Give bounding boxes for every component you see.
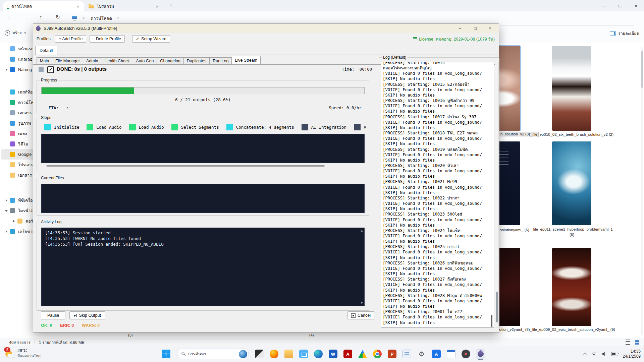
- skip-output-button[interactable]: Skip Output: [69, 311, 105, 319]
- up-icon[interactable]: ↑: [40, 14, 42, 20]
- file-explorer-icon[interactable]: [284, 350, 293, 358]
- current-files-panel[interactable]: [41, 184, 365, 213]
- close-tab-icon[interactable]: ×: [154, 4, 160, 9]
- clock[interactable]: 14:35 24/1/2569: [623, 349, 641, 359]
- app-maximize-button[interactable]: □: [469, 24, 482, 33]
- sidebar-item-label: Narong: [18, 67, 32, 72]
- app-tab[interactable]: File Manager: [52, 57, 83, 65]
- steps-canvas[interactable]: [41, 134, 365, 163]
- explorer-maximize-button[interactable]: □: [612, 1, 627, 10]
- refresh-icon[interactable]: ↻: [56, 14, 60, 20]
- start-button-icon[interactable]: [162, 350, 170, 358]
- back-icon[interactable]: ←: [7, 14, 12, 20]
- app-tab-bar: Main File Manager Admin Health Check Aut…: [37, 57, 261, 65]
- steps-groupbox: Steps Initialize Load Audio Load Audio S…: [37, 118, 369, 171]
- file-name[interactable]: _file_ep009_02_epic_brush_solution_v2yam…: [530, 327, 614, 331]
- explorer-scrollbar[interactable]: [641, 47, 643, 335]
- pause-button[interactable]: Pause: [41, 311, 65, 319]
- screen-recorder-icon[interactable]: [462, 350, 470, 358]
- explorer-tab-downloads[interactable]: ↓ ดาวน์โหลด ×: [3, 1, 84, 11]
- progress-bar-fill: [42, 87, 134, 94]
- forward-icon[interactable]: →: [23, 14, 29, 20]
- firefox-icon[interactable]: [270, 350, 278, 358]
- step-label: AI Integration: [311, 125, 346, 130]
- autobatch-title-bar[interactable]: SJ88 AutoBatch v26.5.3 (Multi-Profile): [33, 24, 499, 33]
- weather-widget[interactable]: 2 29°C มีแดดส่วนใหญ่: [5, 348, 41, 359]
- volume-icon[interactable]: [602, 352, 606, 356]
- app-tab[interactable]: Auto Gen: [133, 57, 157, 65]
- explorer-tab-programs[interactable]: โปรแกรม ×: [85, 1, 163, 11]
- new-item-button[interactable]: + สร้าง ∨: [5, 29, 26, 36]
- done-checkbox[interactable]: ✓: [47, 66, 54, 73]
- sidebar-item-label: เอกสาร: [18, 110, 32, 116]
- edge-icon[interactable]: [314, 350, 323, 358]
- app-close-button[interactable]: ×: [483, 24, 497, 33]
- google-drive-icon[interactable]: [358, 350, 367, 358]
- powerpoint-icon[interactable]: P: [388, 350, 396, 358]
- microsoft-store-icon[interactable]: [299, 350, 308, 358]
- app-tab[interactable]: Health Check: [101, 57, 133, 65]
- app-tab[interactable]: Admin: [83, 57, 101, 65]
- activity-log-panel[interactable]: [14:35:53] Session started[14:35:53] [WA…: [41, 228, 365, 306]
- sidebar-item-icon: [10, 121, 15, 126]
- scroll-up-icon[interactable]: ▲: [360, 229, 363, 232]
- delete-profile-button[interactable]: - Delete Profile: [90, 35, 125, 43]
- explorer-minimize-button[interactable]: –: [596, 1, 611, 10]
- explorer-close-button[interactable]: ×: [629, 1, 643, 10]
- app-tab[interactable]: Live Stream: [232, 56, 261, 65]
- new-tab-button[interactable]: +: [169, 2, 172, 8]
- taskbar-search-label: การค้นหา: [188, 351, 206, 357]
- file-thumbnail[interactable]: [552, 46, 591, 131]
- expander-chevron-icon[interactable]: [5, 68, 9, 71]
- steps-horizontal-scrollbar[interactable]: [46, 165, 325, 167]
- profile-tab-default[interactable]: Default: [35, 46, 57, 55]
- file-thumbnail[interactable]: [552, 141, 591, 225]
- scroll-down-icon[interactable]: ▼: [360, 301, 363, 305]
- app-tab[interactable]: Changelog: [157, 57, 183, 65]
- autobatch-feather-icon[interactable]: [476, 350, 485, 358]
- translator-icon[interactable]: A: [432, 350, 441, 358]
- wifi-icon[interactable]: [592, 352, 597, 356]
- expander-chevron-icon[interactable]: [5, 209, 9, 213]
- log-scrollbar[interactable]: [495, 62, 499, 327]
- log-line: [VOICE] Found 0 files in vdo_long_sound/: [383, 185, 494, 190]
- chrome-icon[interactable]: [373, 350, 382, 358]
- thumbnail-view-icon[interactable]: [635, 340, 639, 345]
- notepad-icon[interactable]: [402, 350, 411, 358]
- expander-chevron-icon[interactable]: [12, 220, 17, 223]
- expander-chevron-icon[interactable]: [5, 199, 9, 202]
- app-tab[interactable]: Main: [37, 57, 52, 65]
- file-name[interactable]: _file_ep010_02_six_teeth_brush_solution_…: [530, 132, 614, 136]
- breadcrumb[interactable]: ดาวน์โหลด: [91, 15, 112, 22]
- log-line: [SKIP] No audio files: [383, 125, 494, 130]
- word-icon[interactable]: W: [329, 350, 337, 358]
- app-tab[interactable]: Run Log: [210, 57, 232, 65]
- list-view-icon[interactable]: [626, 340, 630, 345]
- expander-chevron-icon[interactable]: [5, 230, 9, 233]
- task-view-icon[interactable]: [255, 350, 264, 358]
- battery-icon[interactable]: [611, 352, 618, 356]
- close-tab-icon[interactable]: ×: [75, 4, 80, 9]
- setup-wizard-button[interactable]: Setup Wizard: [132, 35, 170, 43]
- log-scrollbar-thumb[interactable]: [496, 292, 498, 322]
- app-tab[interactable]: Duplicates: [184, 57, 210, 65]
- wand-icon: [136, 38, 139, 40]
- log-line: [VOICE] Found 0 files in vdo_long_sound/: [383, 266, 494, 271]
- file-name-line2[interactable]: (6): [530, 233, 614, 237]
- file-name[interactable]: _file_ep011_scene1_hyperloop_problemyaml…: [530, 227, 614, 231]
- calendar-icon[interactable]: [447, 350, 455, 358]
- cancel-button[interactable]: Cancel: [347, 311, 374, 319]
- scrollbar-thumb[interactable]: [641, 51, 643, 88]
- progress-text: 6 / 21 outputs (28.6%): [37, 97, 369, 102]
- stop-square-icon[interactable]: [39, 67, 44, 72]
- add-profile-button[interactable]: + Add Profile: [55, 35, 86, 43]
- acrobat-icon[interactable]: A: [343, 350, 352, 358]
- eta-text: ETA: --:--: [49, 105, 74, 110]
- settings-icon[interactable]: ⚙: [417, 350, 426, 358]
- details-pane-button[interactable]: รายละเอียด: [610, 30, 639, 37]
- app-minimize-button[interactable]: –: [453, 24, 467, 33]
- taskbar-search[interactable]: การค้นหา: [177, 349, 249, 359]
- log-scroll-indicator: [491, 315, 492, 327]
- file-thumbnail[interactable]: [552, 248, 591, 326]
- log-output[interactable]: [PROCESS] Starting: 10014หลอดไฟทรงกระบอก…: [381, 62, 494, 327]
